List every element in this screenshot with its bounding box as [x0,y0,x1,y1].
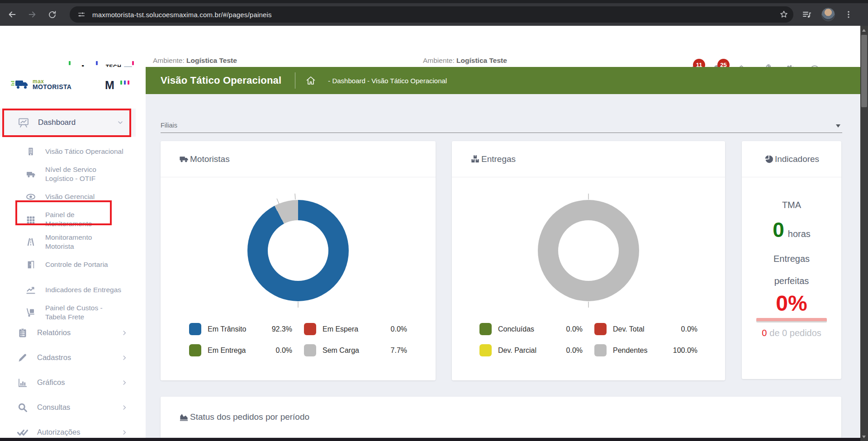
entregas-legend: Concluídas0.0% Dev. Total0.0% Dev. Parci… [479,323,697,356]
tma-number: 0 [773,218,784,242]
url-text[interactable]: maxmotorista-tst.solucoesmaxima.com.br/#… [92,11,272,19]
sidebar-item-relatorios[interactable]: Relatórios [0,320,146,345]
donut-callout-lines [530,192,647,309]
status-pedidos-title: Status dos pedidos por período [190,412,309,422]
indicadores-card: Indicadores TMA 0horas Entregas perfeita… [742,141,841,379]
media-controls-icon[interactable] [802,9,812,20]
motoristas-donut-chart [239,192,357,309]
annotation-box-painel-monitoramento [15,200,112,225]
logo-motorista-text: MOTORISTA [33,84,71,90]
motoristas-title: Motoristas [190,154,230,164]
vertical-scrollbar[interactable] [860,26,868,441]
breadcrumb: - Dashboard - Visão Tático Operacional [328,77,447,85]
logo-tick-pink [132,61,134,65]
forward-icon [27,9,37,19]
ambiente2-label: Ambiente: [423,57,455,64]
chevron-right-icon [121,330,128,336]
scrollbar-thumb[interactable] [861,35,867,107]
forward-button[interactable] [24,7,40,22]
legend-item: Pendentes100.0% [594,344,697,356]
line-chart-icon [22,285,40,295]
door-icon [22,260,40,270]
legend-item: Dev. Parcial0.0% [479,344,583,356]
entregas-perfeitas-line1: Entregas [742,254,841,264]
perfect-deliveries-bar [756,318,827,322]
sidebar-item-indicadores-entregas[interactable]: Indicadores de Entregas [0,279,146,301]
logo-tick-blue [96,61,98,65]
scroll-down-arrow-icon[interactable] [862,436,866,438]
entregas-card: Entregas Concluídas0.0% Dev. Total0.0% D… [452,141,725,380]
truck-icon [22,169,40,180]
logo-tick-green [69,61,71,65]
page-banner: Visão Tático Operacional - Dashboard - V… [146,67,860,94]
pie-chart-icon [764,154,774,164]
packages-icon [470,154,480,164]
filiais-label: Filiais [161,122,177,129]
entregas-title: Entregas [481,154,516,164]
tma-value: 0horas [742,218,841,242]
back-icon [7,9,17,19]
reload-button[interactable] [44,7,60,22]
ambiente-value: Logística Teste [186,57,237,64]
chevron-right-icon [121,379,128,386]
entregas-perfeitas-line2: perfeitas [742,276,841,286]
indicadores-title: Indicadores [775,154,819,164]
browser-profile-avatar[interactable] [821,8,835,21]
road-icon [22,237,40,247]
address-bar[interactable]: maxmotorista-tst.solucoesmaxima.com.br/#… [70,6,793,23]
scroll-up-arrow-icon[interactable] [862,29,866,32]
sidebar-item-monitoramento-motorista[interactable]: MonitoramentoMotorista [0,231,146,253]
sidebar-item-visao-tatico-operacional[interactable]: Visão Tático Operacional [0,140,146,163]
bottom-edge-strip [0,438,860,441]
ambiente-label: Ambiente: [153,57,185,64]
clipboard-icon [16,327,29,338]
legend-item: Sem Carga7.7% [304,344,407,356]
truck-icon [179,154,189,164]
pedidos-summary: 0de 0 pedidos [742,328,841,338]
legend-item: Em Trânsito92.3% [189,323,292,335]
filiais-select[interactable]: Filiais [161,118,842,133]
maxmotorista-logo: max MOTORISTA [10,78,71,90]
annotation-box-dashboard [2,109,131,137]
legend-item: Concluídas0.0% [479,323,583,335]
sidebar-item-nivel-servico-otif[interactable]: Nível de ServicoLogístico - OTIF [0,163,146,185]
back-button[interactable] [5,7,20,22]
breadcrumb-home-icon[interactable] [305,75,316,86]
tma-unit: horas [788,229,811,239]
reload-icon [47,10,57,19]
browser-chrome: maxmotorista-tst.solucoesmaxima.com.br/#… [0,0,868,26]
chevron-right-icon [121,429,128,436]
double-check-icon [16,427,29,438]
area-chart-icon [179,412,189,422]
pencil-icon [16,352,29,363]
tma-label: TMA [742,200,841,210]
building-icon [22,147,40,156]
sidebar-item-cadastros[interactable]: Cadastros [0,345,146,370]
select-arrow-icon [836,124,840,128]
bar-chart-icon [16,377,29,388]
donut-callout-lines [239,192,357,309]
chevron-right-icon [121,355,128,361]
sidebar-item-controle-portaria[interactable]: Controle de Portaria [0,253,146,276]
legend-item: Em Espera0.0% [304,323,407,335]
tab-strip [0,0,868,3]
dolly-icon [22,307,40,318]
browser-menu-icon[interactable] [844,10,853,19]
sidebar-item-graficos[interactable]: Gráficos [0,370,146,395]
m-mark-bars [120,81,129,85]
ambiente2-value: Logística Teste [456,57,507,64]
site-settings-icon[interactable] [77,10,86,19]
app-header: maximaTECH Ambiente: Logística Teste Usu… [0,26,860,67]
m-mark-logo: M [105,79,114,92]
motoristas-legend: Em Trânsito92.3% Em Espera0.0% Em Entreg… [189,323,407,356]
chevron-right-icon [121,404,128,411]
magnifier-icon [16,402,29,413]
pedidos-rest: de 0 pedidos [769,328,821,338]
main-content: Visão Tático Operacional - Dashboard - V… [146,67,860,438]
entregas-donut-chart [530,192,647,309]
sidebar-item-consultas[interactable]: Consultas [0,395,146,420]
bookmark-star-icon[interactable] [779,9,789,19]
legend-item: Em Entrega0.0% [189,344,292,356]
status-pedidos-card: Status dos pedidos por período [161,397,841,438]
perfect-deliveries-percent: 0% [742,292,841,315]
